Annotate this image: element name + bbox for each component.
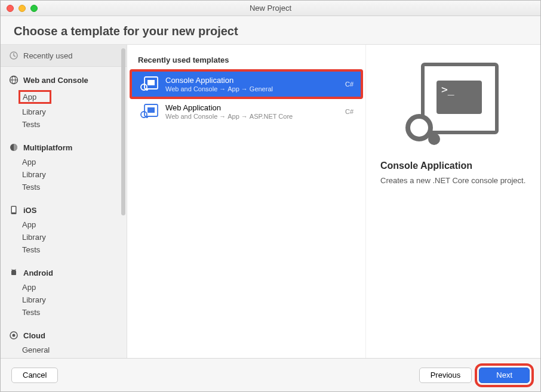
sidebar-category-label: Cloud (23, 331, 45, 340)
sidebar-item-tests[interactable]: Tests (22, 181, 127, 193)
cancel-button[interactable]: Cancel (11, 368, 58, 383)
template-web-application[interactable]: Web Application Web and Console→App→ASP.… (131, 98, 362, 125)
cloud-icon (9, 331, 19, 340)
page-title: Choose a template for your new project (14, 24, 527, 38)
template-console-application[interactable]: Console Application Web and Console→App→… (131, 70, 362, 98)
sidebar-item-library[interactable]: Library (22, 294, 127, 306)
sidebar-category-cloud[interactable]: Cloud (1, 322, 127, 342)
svg-rect-6 (12, 207, 16, 213)
template-breadcrumb: Web and Console→App→General (165, 85, 340, 92)
template-language-badge: C# (345, 81, 354, 88)
sidebar-recent-label: Recently used (23, 51, 72, 60)
sidebar-category-ios[interactable]: iOS (1, 197, 127, 217)
template-breadcrumb: Web and Console→App→ASP.NET Core (165, 113, 340, 120)
svg-rect-16 (147, 107, 155, 113)
window-title: New Project (1, 4, 540, 13)
sidebar-item-tests[interactable]: Tests (22, 118, 127, 131)
console-app-icon (139, 75, 159, 93)
terminal-icon (437, 81, 482, 114)
svg-point-18 (146, 116, 148, 118)
scrollbar-thumb[interactable] (121, 48, 125, 215)
sidebar-category-multiplatform[interactable]: Multiplatform (1, 134, 127, 155)
globe-icon (9, 75, 19, 85)
new-project-dialog: New Project Choose a template for your n… (0, 0, 541, 392)
sidebar-item-app[interactable]: App (22, 156, 127, 168)
previous-button[interactable]: Previous (419, 368, 472, 383)
sidebar-item-app[interactable]: App (22, 218, 127, 231)
template-list-heading: Recently used templates (127, 55, 365, 70)
svg-line-7 (12, 269, 13, 270)
sidebar-item-tests[interactable]: Tests (22, 306, 127, 319)
sidebar-item-app[interactable]: App (22, 281, 127, 294)
sidebar-item-library[interactable]: Library (22, 106, 127, 118)
sidebar-scrollbar[interactable] (121, 45, 126, 260)
android-icon (9, 268, 19, 277)
sidebar-recently-used[interactable]: Recently used (1, 45, 127, 67)
sidebar-category-android[interactable]: Android (1, 260, 127, 280)
template-title: Console Application (165, 76, 340, 85)
detail-description: Creates a new .NET Core console project. (380, 176, 526, 185)
sidebar-category-label: iOS (23, 206, 36, 215)
svg-rect-12 (147, 80, 155, 85)
sidebar-item-library[interactable]: Library (22, 231, 127, 243)
sidebar: Recently used Web and Console App Librar… (1, 45, 127, 358)
sidebar-category-label: Web and Console (23, 76, 88, 85)
sidebar-category-label: Multiplatform (23, 143, 72, 152)
dialog-body: Recently used Web and Console App Librar… (1, 44, 540, 358)
dialog-header: Choose a template for your new project (1, 16, 540, 44)
svg-point-14 (146, 88, 148, 91)
detail-title: Console Application (380, 160, 526, 171)
clock-icon (9, 51, 19, 60)
svg-point-10 (13, 334, 16, 337)
multiplatform-icon (9, 143, 19, 152)
template-language-badge: C# (345, 108, 354, 115)
sidebar-category-web-and-console[interactable]: Web and Console (1, 67, 127, 87)
sidebar-item-general[interactable]: General (22, 344, 127, 356)
sidebar-item-tests[interactable]: Tests (22, 243, 127, 256)
dialog-footer: Cancel Previous Next (1, 358, 540, 391)
sidebar-item-label: App (19, 90, 51, 104)
next-button[interactable]: Next (479, 368, 530, 383)
titlebar: New Project (1, 1, 540, 16)
sidebar-item-library[interactable]: Library (22, 168, 127, 181)
template-illustration (399, 63, 507, 146)
template-list: Recently used templates Console Applicat… (127, 45, 366, 358)
sidebar-item-app[interactable]: App (22, 88, 127, 106)
sidebar-category-label: Android (23, 268, 53, 277)
svg-line-8 (15, 269, 16, 270)
template-title: Web Application (165, 103, 340, 112)
web-app-icon (139, 103, 159, 121)
ios-icon (9, 205, 19, 215)
template-detail-panel: Console Application Creates a new .NET C… (366, 45, 540, 358)
